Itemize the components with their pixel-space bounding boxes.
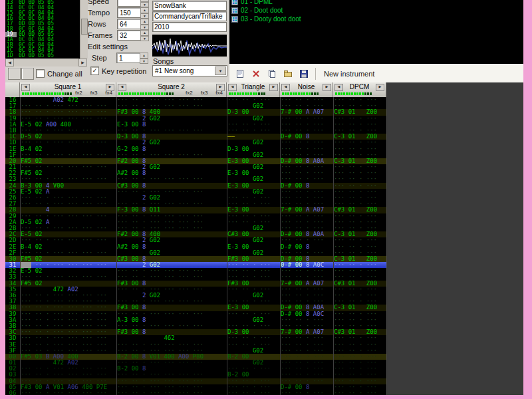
pattern-cell-dpcm[interactable]: ··· ·· · ··· [333,250,386,256]
pattern-cell-noise[interactable]: ··· ·· · ··· [280,128,333,134]
channel-header-dpcm[interactable]: ◀DPCM▶ [333,82,386,97]
pattern-cell-square1[interactable]: D-5 02 [20,134,116,140]
pattern-cell-square1[interactable]: ··· ·· · ··· ··· ··· ··· [20,366,116,372]
pattern-cell-dpcm[interactable]: ··· ·· · ··· [333,128,386,134]
pattern-cell-triangle[interactable]: G02 [227,116,280,122]
pattern-cell-square2[interactable]: F#2 00 8 [116,158,227,164]
pattern-cell-triangle[interactable]: ··· ·· · ··· [227,299,280,305]
pattern-cell-square2[interactable]: ··· ·· · ··· ··· ··· ··· [116,311,227,317]
pattern-row[interactable]: 18··· ·· · ··· ··· ··· ···F#3 00 8 400D-… [5,109,523,115]
pattern-cell-dpcm[interactable]: ··· ·· · ··· [333,299,386,305]
pattern-cell-dpcm[interactable]: ··· ·· · ··· [333,189,386,195]
pattern-cell-noise[interactable]: D-# 00 8 A0C [280,311,333,317]
pattern-cell-square1[interactable]: ··· ·· · ··· ··· ··· ··· [20,103,116,109]
pattern-cell-noise[interactable]: ··· ·· · ··· [280,323,333,329]
pattern-cell-dpcm[interactable]: ··· ·· · ··· [333,311,386,317]
pattern-cell-square1[interactable]: 472 A02 [20,360,116,366]
pattern-cell-triangle[interactable]: G02 [227,317,280,323]
scrollbar-thumb[interactable] [81,19,88,35]
pattern-cell-triangle[interactable]: E-3 00 [227,183,280,189]
pattern-cell-noise[interactable]: ··· ·· · ··· [280,164,333,170]
pattern-row[interactable]: 02··· ·· · ··· ··· ··· ···B-2 00 8··· ··… [5,366,523,372]
pattern-cell-square1[interactable]: ··· ·· · ··· ··· ··· ··· [20,293,116,299]
pattern-cell-noise[interactable]: 7-# 00 A A07 [280,207,333,213]
channel-prev-icon[interactable]: ◀ [21,84,30,91]
pattern-cell-dpcm[interactable]: ··· ·· · ··· [333,268,386,274]
rows-spinner-arrows[interactable]: ▲▼ [140,19,149,30]
pattern-row[interactable]: 35 472 A02··· ·· · ··· ··· ··· ······ ··… [5,287,523,293]
spin-up-icon[interactable]: ▲ [140,30,149,36]
save-instrument-button[interactable] [297,67,311,80]
pattern-cell-square1[interactable]: ··· ·· · ··· ··· ··· ··· [20,348,116,354]
spin-up-icon[interactable]: ▲ [140,19,149,25]
instrument-list[interactable]: 01 - DPML02 - Doot doot03 - Dooty doot d… [229,0,523,64]
pattern-cell-noise[interactable]: D-# 00 8 [280,256,333,262]
pattern-cell-square2[interactable]: F#3 00 8 [116,281,227,287]
pattern-cell-square2[interactable]: 2 G02 [116,116,227,122]
pattern-cell-triangle[interactable]: ··· ·· · ··· [227,213,280,219]
pattern-cell-square1[interactable]: ··· ·· · ··· ··· ··· ··· [20,152,116,158]
pattern-row[interactable]: 21··· ·· · ··· ··· ··· ··· 2 G02 G02··· … [5,164,523,170]
pattern-cell-triangle[interactable]: ··· ·· · ··· [227,219,280,225]
pattern-row[interactable]: 39··· ·· · ··· ··· ··· ······ ·· · ··· ·… [5,311,523,317]
pattern-cell-noise[interactable]: 7-# 00 A A07 [280,109,333,115]
pattern-row[interactable]: 22F#5 02A#2 00 8E-3 00··· ·· · ······ ··… [5,170,523,176]
pattern-cell-square1[interactable]: ··· ·· · ··· ··· ··· ··· [20,128,116,134]
pattern-cell-square2[interactable]: E-3 00 8 [116,122,227,128]
pattern-cell-square2[interactable]: ··· ·· · ··· ··· ··· ··· [116,342,227,348]
pattern-cell-noise[interactable]: ··· ·· · ··· [280,219,333,225]
pattern-cell-triangle[interactable]: ··· ·· · ··· [227,128,280,134]
pattern-cell-square1[interactable]: ··· ·· · ··· ··· ··· ··· [20,237,116,243]
pattern-cell-square1[interactable]: ··· ·· · ··· ··· ··· ··· [20,305,116,311]
pattern-cell-dpcm[interactable]: ··· ·· · ··· [333,201,386,207]
pattern-cell-triangle[interactable]: ··· ·· · ··· [227,262,280,268]
pattern-row[interactable]: 1D··· ·· · ··· ··· ··· ··· 2 G02 G02··· … [5,140,523,146]
speed-spinner-arrows[interactable]: ▲▼ [140,0,149,7]
pattern-cell-square2[interactable]: ··· ·· · ··· ··· ··· ··· [116,378,227,384]
pattern-cell-square2[interactable]: ··· ·· · ··· ··· ··· ··· [116,274,227,280]
pattern-cell-square1[interactable]: ··· ·· · ··· ··· ··· ··· [20,274,116,280]
pattern-cell-square2[interactable]: ··· ·· · ··· ··· ··· ··· [116,268,227,274]
pattern-cell-noise[interactable]: ··· ·· · ··· [280,97,333,103]
pattern-row[interactable]: 36··· ·· · ··· ··· ··· ··· 2 G02 G02··· … [5,293,523,299]
pattern-cell-triangle[interactable]: ··· ·· · ··· [227,384,280,390]
pattern-cell-square1[interactable]: E-5 02 A [20,189,116,195]
pattern-row[interactable]: 28 4F-3 00 8 Q11E-3 007-# 00 A A07C#3 01… [5,207,523,213]
pattern-cell-noise[interactable]: ··· ·· · ··· [280,250,333,256]
pattern-cell-noise[interactable]: D-# 00 8 [280,183,333,189]
pattern-row[interactable]: 2B··· ·· · ··· ··· ··· ······ ·· · ··· ·… [5,225,523,231]
pattern-cell-square1[interactable]: F#5 02 [20,281,116,287]
pattern-cell-noise[interactable]: ··· ·· · ··· [280,152,333,158]
pattern-cell-noise[interactable]: ··· ·· · ··· [280,335,333,341]
pattern-row[interactable]: 1CD-5 02D-3 00 8——D-# 00 8C-3 01 Z00 [5,134,523,140]
frame-inc-button[interactable] [8,68,21,80]
pattern-cell-square2[interactable]: D-3 00 8 [116,134,227,140]
pattern-row[interactable]: 00F#5 03 B A00 400B-2 00 8 V01 400 A00 P… [5,354,523,360]
pattern-row[interactable]: 30F#5 02C#3 00 8F#3 00D-# 00 8C-3 01 Z00 [5,256,523,262]
frame-row[interactable]: 1D0D 0D 05 05 [5,53,80,59]
pattern-cell-square1[interactable]: F#5 03 B A00 400 [20,354,116,360]
pattern-cell-square1[interactable]: ··· ·· · ··· ··· ··· ··· [20,201,116,207]
pattern-cell-triangle[interactable]: ··· ·· · ··· [227,287,280,293]
song-author-input[interactable] [152,11,227,21]
checkbox-box[interactable]: ✓ [90,66,99,75]
pattern-cell-triangle[interactable]: G02 [227,360,280,366]
pattern-cell-dpcm[interactable]: C#3 01 Z00 [333,109,386,115]
pattern-cell-square1[interactable]: A02 472 [20,97,116,103]
pattern-cell-triangle[interactable]: E-3 00 [227,244,280,250]
pattern-cell-square2[interactable]: 2 G02 [116,293,227,299]
pattern-cell-dpcm[interactable]: ··· ·· · ··· [333,170,386,176]
pattern-cell-noise[interactable]: ··· ·· · ··· [280,360,333,366]
channel-header-square-2[interactable]: ◀Square 2▶fx2fx3fx4 [116,82,227,97]
pattern-row[interactable]: 19··· ·· · ··· ··· ··· ··· 2 G02 G02··· … [5,116,523,122]
pattern-cell-square2[interactable]: ··· ·· · ··· ··· ··· ··· [116,299,227,305]
pattern-cell-square1[interactable]: B-4 02 [20,244,116,250]
pattern-cell-dpcm[interactable]: ··· ·· · ··· [333,146,386,152]
channel-header-square-1[interactable]: ◀Square 1▶fx2fx3fx4 [20,82,116,97]
pattern-cell-square1[interactable]: ··· ·· · ··· ··· ··· ··· [20,311,116,317]
pattern-cell-triangle[interactable]: E-3 00 [227,170,280,176]
pattern-row[interactable]: 26··· ·· · ··· ··· ··· ··· 2 G02··· ·· ·… [5,195,523,201]
pattern-cell-triangle[interactable]: G02 [227,189,280,195]
pattern-cell-noise[interactable]: ··· ·· · ··· [280,225,333,231]
pattern-row[interactable]: 2F··· ·· · ··· ··· ··· ··· G02 G02··· ··… [5,250,523,256]
